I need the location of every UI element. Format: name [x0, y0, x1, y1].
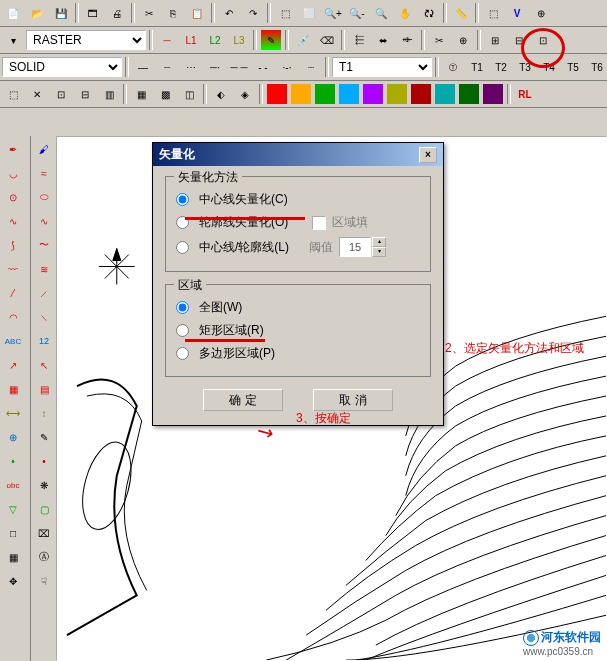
radio-center[interactable]	[176, 193, 189, 206]
measure-icon[interactable]: 📏	[450, 2, 472, 24]
radio-both[interactable]	[176, 241, 189, 254]
layer-current-btn[interactable]: ─	[156, 29, 178, 51]
freehand-icon[interactable]: ∿	[2, 210, 24, 232]
v-tool-icon[interactable]: V	[506, 2, 528, 24]
t6-btn[interactable]: T6	[586, 56, 607, 78]
arc-red-icon[interactable]: ◠	[2, 306, 24, 328]
open-icon[interactable]: 📂	[26, 2, 48, 24]
number-icon[interactable]: 12	[33, 330, 55, 352]
contour-icon[interactable]: ≈	[33, 162, 55, 184]
refresh-icon[interactable]: 🗘	[418, 2, 440, 24]
zoom-out-icon[interactable]: 🔍-	[346, 2, 368, 24]
shape-icon[interactable]: ◡	[2, 162, 24, 184]
text-abc-icon[interactable]: ABC	[2, 330, 24, 352]
text-obc-icon[interactable]: obc	[2, 474, 24, 496]
layer-dropdown-icon[interactable]: ▾	[2, 29, 24, 51]
align-center-icon[interactable]: ⬌	[372, 29, 394, 51]
lt-dash-icon[interactable]: ┄	[156, 56, 178, 78]
lt-solid-icon[interactable]: —	[132, 56, 154, 78]
r4-color-2[interactable]	[290, 83, 312, 105]
r4-icon-7[interactable]: ▩	[154, 83, 176, 105]
callout-icon[interactable]: ⊕	[2, 426, 24, 448]
ok-button[interactable]: 确 定	[203, 389, 283, 411]
triangle-icon[interactable]: ▽	[2, 498, 24, 520]
r4-icon-9[interactable]: ⬖	[210, 83, 232, 105]
spline-icon[interactable]: ∿	[33, 210, 55, 232]
curve2-icon[interactable]: ⟆	[2, 234, 24, 256]
print-preview-icon[interactable]: 🗔	[82, 2, 104, 24]
zoom-in-icon[interactable]: 🔍+	[322, 2, 344, 24]
draw-tool-1-icon[interactable]: ✎	[260, 29, 282, 51]
r4-color-10[interactable]	[482, 83, 504, 105]
align-right-icon[interactable]: ⬲	[396, 29, 418, 51]
eraser-icon[interactable]: ⌫	[316, 29, 338, 51]
ellipse-icon[interactable]: ⬭	[33, 186, 55, 208]
r4-icon-6[interactable]: ▦	[130, 83, 152, 105]
copy-icon[interactable]: ⎘	[162, 2, 184, 24]
r4-color-1[interactable]	[266, 83, 288, 105]
linetype-combo[interactable]: SOLID	[2, 57, 122, 77]
print-icon[interactable]: 🖨	[106, 2, 128, 24]
t3-btn[interactable]: T3	[514, 56, 536, 78]
r4-color-6[interactable]	[386, 83, 408, 105]
zoom-window-icon[interactable]: ⬚	[274, 2, 296, 24]
target-icon[interactable]: ⊕	[530, 2, 552, 24]
lt-dotdash-icon[interactable]: ·-·	[276, 56, 298, 78]
vectorize-a-icon[interactable]: ⊞	[484, 29, 506, 51]
r4-icon-1[interactable]: ⬚	[2, 83, 24, 105]
rl-btn[interactable]: RL	[514, 83, 536, 105]
circle-tool-icon[interactable]: ⊙	[2, 186, 24, 208]
crosshair-icon[interactable]: ⊕	[452, 29, 474, 51]
curve3-icon[interactable]: 〰	[2, 258, 24, 280]
dialog-close-button[interactable]: ×	[419, 147, 437, 163]
layer-l3-btn[interactable]: L3	[228, 29, 250, 51]
vectorize-c-icon[interactable]: ⊡	[532, 29, 554, 51]
box-tool-icon[interactable]: □	[2, 522, 24, 544]
r4-color-5[interactable]	[362, 83, 384, 105]
lt-center-icon[interactable]: ─ ─	[228, 56, 250, 78]
r4-color-9[interactable]	[458, 83, 480, 105]
erase-area-icon[interactable]: ⌧	[33, 522, 55, 544]
r4-icon-2[interactable]: ✕	[26, 83, 48, 105]
t4-btn[interactable]: T4	[538, 56, 560, 78]
cut-icon[interactable]: ✂	[138, 2, 160, 24]
vectorize-b-icon[interactable]: ⊟	[508, 29, 530, 51]
brush-icon[interactable]: 🖌	[33, 138, 55, 160]
radio-poly[interactable]	[176, 347, 189, 360]
dotted-box-icon[interactable]: ⬚	[482, 2, 504, 24]
point-green-icon[interactable]: •	[2, 450, 24, 472]
lt-dashdot-icon[interactable]: ─·	[204, 56, 226, 78]
dim-icon[interactable]: ⟷	[2, 402, 24, 424]
r4-icon-10[interactable]: ◈	[234, 83, 256, 105]
zoom-realtime-icon[interactable]: 🔍	[370, 2, 392, 24]
r4-color-8[interactable]	[434, 83, 456, 105]
layer-l1-btn[interactable]: L1	[180, 29, 202, 51]
layer-combo[interactable]: RASTER	[26, 30, 146, 50]
text-tool-icon[interactable]: Ⓐ	[33, 546, 55, 568]
hatch2-icon[interactable]: ▤	[33, 378, 55, 400]
r4-color-7[interactable]	[410, 83, 432, 105]
t5-btn[interactable]: T5	[562, 56, 584, 78]
hatch-icon[interactable]: ▦	[2, 378, 24, 400]
layer-l2-btn[interactable]: L2	[204, 29, 226, 51]
r4-color-4[interactable]	[338, 83, 360, 105]
r4-icon-8[interactable]: ◫	[178, 83, 200, 105]
dim2-icon[interactable]: ↕	[33, 402, 55, 424]
paste-icon[interactable]: 📋	[186, 2, 208, 24]
cancel-button[interactable]: 取 消	[313, 389, 393, 411]
leader2-icon[interactable]: ↖	[33, 354, 55, 376]
text-palette-icon[interactable]: Ⓣ	[442, 56, 464, 78]
zoom-extent-icon[interactable]: ⬜	[298, 2, 320, 24]
eyedropper-icon[interactable]: 💉	[292, 29, 314, 51]
lt-custom-icon[interactable]: ┈	[300, 56, 322, 78]
align-left-icon[interactable]: ⬱	[348, 29, 370, 51]
undo-icon[interactable]: ↶	[218, 2, 240, 24]
redo-icon[interactable]: ↷	[242, 2, 264, 24]
radio-rect[interactable]	[176, 324, 189, 337]
polyline-icon[interactable]: ⟍	[33, 306, 55, 328]
square-green-icon[interactable]: ▢	[33, 498, 55, 520]
point-red-icon[interactable]: •	[33, 450, 55, 472]
edit-tool-icon[interactable]: ✎	[33, 426, 55, 448]
grid-tool-icon[interactable]: ▦	[2, 546, 24, 568]
r4-color-3[interactable]	[314, 83, 336, 105]
